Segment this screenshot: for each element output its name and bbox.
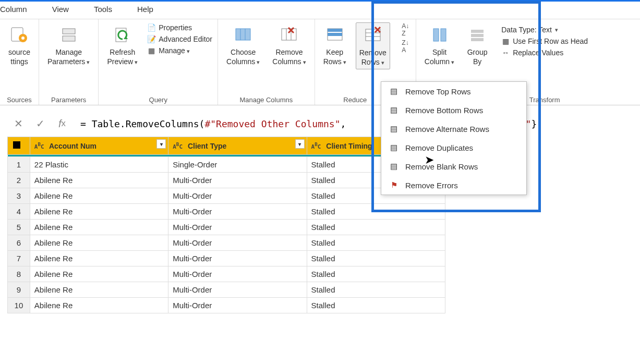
cell-account-num[interactable]: Abilene Re xyxy=(30,173,168,188)
cell-client-timing[interactable]: Stalled xyxy=(307,251,445,266)
filter-icon[interactable]: ▾ xyxy=(156,139,166,149)
row-number[interactable]: 10 xyxy=(8,298,30,313)
cell-client-type[interactable]: Single-Order xyxy=(168,157,307,173)
table-row[interactable]: 3 Abilene Re Multi-Order Stalled xyxy=(8,188,445,204)
cell-account-num[interactable]: 22 Plastic xyxy=(30,157,168,173)
manage-icon: ▦ xyxy=(147,46,155,55)
row-number[interactable]: 8 xyxy=(8,266,30,282)
cell-client-type[interactable]: Multi-Order xyxy=(168,282,307,298)
table-row[interactable]: 7 Abilene Re Multi-Order Stalled xyxy=(8,251,445,266)
remove-duplicates-item[interactable]: ▤Remove Duplicates xyxy=(381,138,526,157)
row-number[interactable]: 2 xyxy=(8,173,30,188)
table-row[interactable]: 5 Abilene Re Multi-Order Stalled xyxy=(8,220,445,235)
rows-dup-icon: ▤ xyxy=(389,142,399,153)
remove-rows-button[interactable]: RemoveRows xyxy=(356,22,390,69)
remove-columns-button[interactable]: RemoveColumns xyxy=(269,22,309,68)
cell-client-type[interactable]: Multi-Order xyxy=(168,188,307,204)
table-corner[interactable] xyxy=(8,137,30,155)
advanced-editor-button[interactable]: 📝Advanced Editor xyxy=(147,35,212,43)
cell-client-type[interactable]: Multi-Order xyxy=(168,204,307,220)
cell-account-num[interactable]: Abilene Re xyxy=(30,188,168,204)
fx-button[interactable]: fx xyxy=(54,116,70,131)
type-text-icon: ABC xyxy=(311,143,321,150)
col-client-type[interactable]: ABC Client Type ▾ xyxy=(168,137,307,155)
keep-rows-button[interactable]: KeepRows xyxy=(320,22,349,68)
cell-client-type[interactable]: Multi-Order xyxy=(168,235,307,251)
formula-input[interactable]: = Table.RemoveColumns(#"Removed Other Co… xyxy=(78,116,640,131)
cell-account-num[interactable]: Abilene Re xyxy=(30,251,168,266)
refresh-icon xyxy=(112,25,133,45)
menu-tools[interactable]: Tools xyxy=(94,5,112,14)
table-row[interactable]: 1 22 Plastic Single-Order Stalled xyxy=(8,157,445,173)
cell-client-type[interactable]: Multi-Order xyxy=(168,220,307,235)
cell-account-num[interactable]: Abilene Re xyxy=(30,266,168,282)
rows-alt-icon: ▤ xyxy=(389,124,399,134)
cell-client-timing[interactable]: Stalled xyxy=(307,298,445,313)
remove-top-rows-item[interactable]: ▤Remove Top Rows xyxy=(381,82,526,101)
split-column-button[interactable]: SplitColumn xyxy=(421,22,457,68)
manage-button[interactable]: ▦Manage xyxy=(147,46,212,55)
cell-account-num[interactable]: Abilene Re xyxy=(30,235,168,251)
svg-point-2 xyxy=(21,37,25,40)
svg-rect-20 xyxy=(441,29,446,41)
sort-asc-button[interactable]: A↓Z xyxy=(402,22,409,37)
remove-blank-rows-item[interactable]: ▤Remove Blank Rows xyxy=(381,157,526,176)
menu-column[interactable]: Column xyxy=(0,5,27,14)
data-table: ABC Account Num ▾ ABC Client Type ▾ ABC … xyxy=(7,137,445,313)
cell-account-num[interactable]: Abilene Re xyxy=(30,282,168,298)
cell-account-num[interactable]: Abilene Re xyxy=(30,220,168,235)
cell-client-type[interactable]: Multi-Order xyxy=(168,266,307,282)
cell-client-timing[interactable]: Stalled xyxy=(307,220,445,235)
cell-client-timing[interactable]: Stalled xyxy=(307,266,445,282)
cell-client-timing[interactable]: Stalled xyxy=(307,282,445,298)
table-row[interactable]: 8 Abilene Re Multi-Order Stalled xyxy=(8,266,445,282)
cell-client-type[interactable]: Multi-Order xyxy=(168,298,307,313)
refresh-preview-button[interactable]: RefreshPreview xyxy=(104,22,141,68)
rows-blank-icon: ▤ xyxy=(389,161,399,172)
manage-parameters-button[interactable]: ManageParameters xyxy=(44,22,93,68)
row-number[interactable]: 7 xyxy=(8,251,30,266)
menu-help[interactable]: Help xyxy=(137,5,153,14)
table-row[interactable]: 9 Abilene Re Multi-Order Stalled xyxy=(8,282,445,298)
data-source-settings-button[interactable]: sourcettings xyxy=(5,22,33,68)
svg-rect-19 xyxy=(433,29,439,41)
table-row[interactable]: 10 Abilene Re Multi-Order Stalled xyxy=(8,298,445,313)
cell-client-timing[interactable]: Stalled xyxy=(307,204,445,220)
row-number[interactable]: 5 xyxy=(8,220,30,235)
remove-alternate-rows-item[interactable]: ▤Remove Alternate Rows xyxy=(381,119,526,138)
filter-icon[interactable]: ▾ xyxy=(295,139,305,149)
replace-values-button[interactable]: ↔Replace Values xyxy=(501,48,588,57)
cell-client-timing[interactable]: Stalled xyxy=(307,235,445,251)
table-row[interactable]: 6 Abilene Re Multi-Order Stalled xyxy=(8,235,445,251)
remove-errors-item[interactable]: ⚑Remove Errors xyxy=(381,176,526,195)
cancel-formula-button[interactable]: ✕ xyxy=(10,116,26,131)
row-number[interactable]: 3 xyxy=(8,188,30,204)
remove-bottom-rows-item[interactable]: ▤Remove Bottom Rows xyxy=(381,101,526,119)
remove-rows-dropdown: ▤Remove Top Rows ▤Remove Bottom Rows ▤Re… xyxy=(381,81,527,195)
cell-account-num[interactable]: Abilene Re xyxy=(30,298,168,313)
properties-icon: 📄 xyxy=(147,23,155,32)
cell-account-num[interactable]: Abilene Re xyxy=(30,204,168,220)
row-number[interactable]: 6 xyxy=(8,235,30,251)
use-first-row-button[interactable]: ▦Use First Row as Head xyxy=(501,37,588,45)
table-row[interactable]: 4 Abilene Re Multi-Order Stalled xyxy=(8,204,445,220)
choose-columns-button[interactable]: ChooseColumns xyxy=(223,22,263,68)
cell-client-type[interactable]: Multi-Order xyxy=(168,251,307,266)
menu-view[interactable]: View xyxy=(52,5,69,14)
cell-client-type[interactable]: Multi-Order xyxy=(168,173,307,188)
group-sources-label: Sources xyxy=(7,94,32,104)
properties-button[interactable]: 📄Properties xyxy=(147,23,212,32)
rows-err-icon: ⚑ xyxy=(389,180,399,190)
group-reduce-label: Reduce xyxy=(343,94,367,104)
row-number[interactable]: 1 xyxy=(8,157,30,173)
col-account-num[interactable]: ABC Account Num ▾ xyxy=(30,137,168,155)
table-row[interactable]: 2 Abilene Re Multi-Order Stalled xyxy=(8,173,445,188)
row-number[interactable]: 9 xyxy=(8,282,30,298)
accept-formula-button[interactable]: ✓ xyxy=(32,116,48,131)
row-number[interactable]: 4 xyxy=(8,204,30,220)
data-type-button[interactable]: Data Type: Text xyxy=(501,26,588,34)
choose-columns-icon xyxy=(233,25,253,45)
keep-rows-icon xyxy=(324,25,345,45)
sort-desc-button[interactable]: Z↓A xyxy=(402,39,409,54)
group-by-button[interactable]: GroupBy xyxy=(464,22,491,68)
